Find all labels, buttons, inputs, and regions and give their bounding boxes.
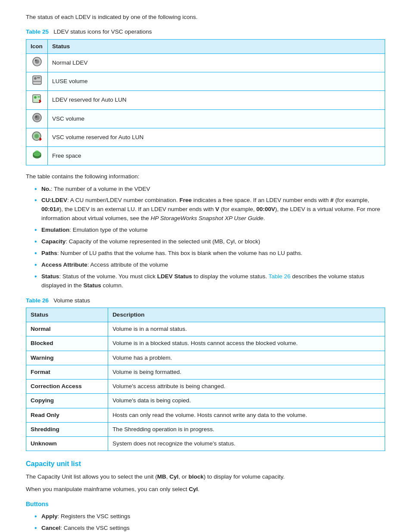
- normal-ldev-icon: [32, 62, 42, 68]
- table26-description-cell: Volume's access attribute is being chang…: [108, 380, 385, 394]
- table26-row: Warning Volume has a problem.: [26, 351, 385, 365]
- vsc-volume-reserved-auto-lun-icon: [32, 136, 42, 143]
- table25-row: LUSE volume: [26, 72, 385, 91]
- vsc-volume-icon: [32, 118, 42, 124]
- bullet-no-text: : The number of a volume in the VDEV: [51, 186, 150, 192]
- table25-row: VSC volume reserved for Auto LUN: [26, 128, 385, 146]
- cancel-key: Cancel: [41, 525, 60, 531]
- table25-row: Normal LDEV: [26, 53, 385, 72]
- bullet-paths-key: Paths: [41, 250, 57, 256]
- bullet-emulation: Emulation: Emulation type of the volume: [34, 226, 385, 235]
- bullet-status-bold2: Status: [84, 282, 101, 289]
- table25-status-cell: LDEV reserved for Auto LUN: [48, 91, 385, 109]
- table25-icon-cell: [26, 128, 48, 146]
- svg-point-14: [34, 134, 39, 138]
- bullet-culdev-key: CU:LDEV: [41, 197, 67, 203]
- bullet-free-bold: Free: [179, 197, 192, 203]
- svg-point-12: [35, 115, 37, 118]
- bullet-no: No.: The number of a volume in the VDEV: [34, 185, 385, 194]
- bullet-access-attribute: Access Attribute: Access attribute of th…: [34, 261, 385, 270]
- table25-row: LDEV reserved for Auto LUN: [26, 91, 385, 109]
- bullet-code1: 00:01#: [41, 206, 59, 212]
- bullet-v-bold: V: [215, 206, 219, 212]
- info-intro: The table contains the following informa…: [26, 172, 385, 181]
- table26-header-status: Status: [26, 308, 108, 322]
- svg-point-4: [34, 77, 37, 80]
- table26-description-cell: Volume's data is being copied.: [108, 394, 385, 408]
- info-bullets: No.: The number of a volume in the VDEV …: [26, 185, 385, 290]
- buttons-list: Apply: Registers the VSC settings Cancel…: [26, 512, 385, 532]
- table25-icon-cell: [26, 72, 48, 91]
- table26-row: Correction Access Volume's access attrib…: [26, 380, 385, 394]
- bullet-paths: Paths: Number of LU paths that the volum…: [34, 249, 385, 258]
- table26-status-cell: Copying: [26, 394, 108, 408]
- table25: Icon Status Normal LDEV LUSE volume LDEV…: [26, 39, 385, 166]
- table25-status-cell: Free space: [48, 147, 385, 165]
- bullet-code2: 00:00V: [256, 206, 275, 212]
- table26-status-cell: Blocked: [26, 336, 108, 351]
- table26-row: Shredding The Shredding operation is in …: [26, 422, 385, 436]
- table26-row: Format Volume is being formatted.: [26, 365, 385, 379]
- bullet-status: Status: Status of the volume. You must c…: [34, 272, 385, 290]
- table26-row: Normal Volume is in a normal status.: [26, 322, 385, 336]
- table26-description-cell: Volume is being formatted.: [108, 365, 385, 379]
- svg-point-8: [34, 96, 37, 99]
- table26-description-cell: Hosts can only read the volume. Hosts ca…: [108, 408, 385, 422]
- table25-icon-cell: [26, 53, 48, 72]
- table26-description-cell: Volume is in a normal status.: [108, 322, 385, 336]
- bullet-ldev-status-bold: LDEV Status: [157, 273, 192, 280]
- unit-block: block: [188, 473, 203, 480]
- unit-mb: MB: [157, 473, 166, 480]
- table25-caption: Table 25 LDEV status icons for VSC opera…: [26, 28, 385, 36]
- button-apply: Apply: Registers the VSC settings: [34, 512, 385, 521]
- mainframe-cyl: Cyl: [189, 486, 198, 492]
- bullet-access-key: Access Attribute: [41, 261, 87, 268]
- table25-header-status: Status: [48, 39, 385, 53]
- table26-row: Read Only Hosts can only read the volume…: [26, 408, 385, 422]
- bullet-culdev: CU:LDEV: A CU number/LDEV number combina…: [34, 196, 385, 223]
- table26-status-cell: Correction Access: [26, 380, 108, 394]
- table25-caption-text: LDEV status icons for VSC operations: [53, 28, 152, 35]
- table26-row: Unknown System does not recognize the vo…: [26, 437, 385, 451]
- table25-status-cell: VSC volume reserved for Auto LUN: [48, 128, 385, 146]
- table26-caption: Table 26 Volume status: [26, 296, 385, 305]
- apply-key: Apply: [41, 513, 58, 520]
- table25-row: Free space: [26, 147, 385, 165]
- table25-icon-cell: [26, 109, 48, 128]
- table26-status-cell: Shredding: [26, 422, 108, 436]
- table26-status-cell: Warning: [26, 351, 108, 365]
- svg-point-11: [34, 115, 40, 120]
- table26-description-cell: Volume is in a blocked status. Hosts can…: [108, 336, 385, 351]
- table25-row: VSC volume: [26, 109, 385, 128]
- capacity-para2: When you manipulate mainframe volumes, y…: [26, 485, 385, 494]
- table26-description-cell: The Shredding operation is in progress.: [108, 422, 385, 436]
- svg-rect-3: [33, 76, 41, 84]
- table26-status-cell: Unknown: [26, 437, 108, 451]
- bullet-no-key: No.: [41, 186, 51, 192]
- bullet-hash-bold: #: [330, 197, 334, 203]
- intro-text: The status of each LDEV is indicated by …: [26, 13, 385, 22]
- table25-status-cell: LUSE volume: [48, 72, 385, 91]
- table25-status-cell: VSC volume: [48, 109, 385, 128]
- table26-row: Blocked Volume is in a blocked status. H…: [26, 336, 385, 351]
- capacity-para1: The Capacity Unit list allows you to sel…: [26, 473, 385, 481]
- bullet-emulation-key: Emulation: [41, 227, 69, 233]
- table26-link[interactable]: Table 26: [268, 273, 290, 280]
- bullet-capacity: Capacity: Capacity of the volume represe…: [34, 237, 385, 246]
- bullet-capacity-key: Capacity: [41, 238, 65, 245]
- table26-status-cell: Format: [26, 365, 108, 379]
- table26-description-cell: Volume has a problem.: [108, 351, 385, 365]
- svg-point-2: [35, 59, 37, 61]
- table26-description-cell: System does not recognize the volume's s…: [108, 437, 385, 451]
- table26: Status Description Normal Volume is in a…: [26, 308, 385, 451]
- table26-caption-text: Volume status: [53, 297, 90, 304]
- ldev-reserved-auto-lun-icon: [32, 99, 42, 105]
- table25-status-cell: Normal LDEV: [48, 53, 385, 72]
- table25-icon-cell: [26, 147, 48, 165]
- table26-status-cell: Normal: [26, 322, 108, 336]
- svg-rect-7: [33, 95, 40, 103]
- svg-rect-6: [33, 81, 41, 82]
- svg-rect-5: [37, 77, 40, 78]
- luse-volume-icon: [32, 80, 42, 87]
- table26-status-cell: Read Only: [26, 408, 108, 422]
